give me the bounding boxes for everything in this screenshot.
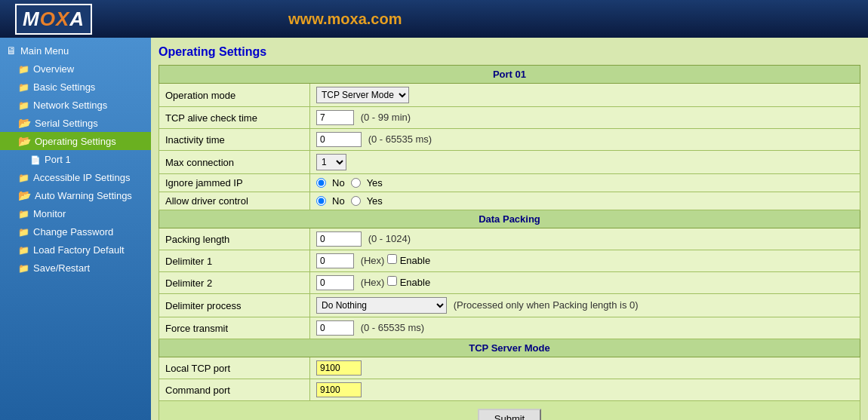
folder-closed-icon bbox=[18, 99, 29, 111]
folder-closed-icon bbox=[18, 244, 29, 256]
max-connection-row: Max connection 1 2 3 4 bbox=[159, 151, 860, 174]
sidebar-item-accessible-ip[interactable]: Accessible IP Settings bbox=[0, 168, 151, 186]
submit-row: Submit bbox=[159, 401, 860, 421]
folder-closed-icon bbox=[18, 225, 29, 238]
folder-icon: 🖥 bbox=[6, 44, 17, 57]
delimiter-process-select[interactable]: Do Nothing Strip Delimiter Strip Delimit… bbox=[316, 297, 447, 314]
delimiter1-hex: (Hex) bbox=[361, 255, 385, 266]
force-transmit-row: Force transmit 0 (0 - 65535 ms) bbox=[159, 317, 860, 339]
delimiter2-input[interactable]: 0 bbox=[316, 275, 354, 290]
folder-open-icon: 📂 bbox=[18, 189, 31, 201]
ignore-jammed-no-label: No bbox=[332, 177, 345, 189]
settings-table: Port 01 Operation mode TCP Server Mode T… bbox=[159, 65, 860, 420]
sidebar-item-monitor[interactable]: Monitor bbox=[0, 204, 151, 222]
allow-driver-radio-group: No Yes bbox=[316, 195, 854, 207]
sidebar-item-overview[interactable]: Overview bbox=[0, 60, 151, 78]
delimiter1-enable-checkbox[interactable] bbox=[387, 254, 397, 264]
delimiter1-label: Delimiter 1 bbox=[159, 250, 310, 272]
delimiter-process-label: Delimiter process bbox=[159, 294, 310, 317]
allow-driver-no-radio[interactable] bbox=[316, 196, 326, 206]
force-transmit-input[interactable]: 0 bbox=[316, 320, 354, 336]
page-title: Operating Settings bbox=[159, 45, 860, 59]
tcp-alive-input[interactable]: 7 bbox=[316, 110, 354, 125]
data-packing-header: Data Packing bbox=[159, 210, 860, 228]
inactivity-row: Inactivity time 0 (0 - 65535 ms) bbox=[159, 129, 860, 151]
force-transmit-hint: (0 - 65535 ms) bbox=[361, 322, 425, 333]
ignore-jammed-no-radio[interactable] bbox=[316, 178, 326, 188]
delimiter2-enable-label: Enable bbox=[400, 277, 430, 288]
sidebar-item-main-menu[interactable]: 🖥 Main Menu bbox=[0, 41, 151, 60]
header: MOXA www.moxa.com bbox=[0, 0, 868, 38]
folder-closed-icon bbox=[18, 81, 29, 93]
packing-length-label: Packing length bbox=[159, 228, 310, 250]
folder-closed-icon bbox=[18, 262, 29, 274]
allow-driver-yes-label: Yes bbox=[367, 195, 383, 207]
max-connection-select[interactable]: 1 2 3 4 bbox=[316, 154, 346, 170]
allow-driver-value: No Yes bbox=[310, 192, 860, 210]
delimiter-process-row: Delimiter process Do Nothing Strip Delim… bbox=[159, 294, 860, 317]
max-connection-value: 1 2 3 4 bbox=[310, 151, 860, 174]
tcp-alive-label: TCP alive check time bbox=[159, 107, 310, 129]
logo: MOXA bbox=[15, 4, 92, 35]
force-transmit-label: Force transmit bbox=[159, 317, 310, 339]
sidebar-item-port1[interactable]: Port 1 bbox=[0, 150, 151, 168]
sidebar-item-load-factory[interactable]: Load Factory Default bbox=[0, 241, 151, 259]
sidebar-item-basic-settings[interactable]: Basic Settings bbox=[0, 78, 151, 96]
operation-mode-value: TCP Server Mode TCP Client Mode UDP Mode… bbox=[310, 84, 860, 107]
sidebar-item-operating-settings[interactable]: 📂 Operating Settings bbox=[0, 132, 151, 150]
sidebar-item-save-restart[interactable]: Save/Restart bbox=[0, 259, 151, 277]
packing-length-input[interactable]: 0 bbox=[316, 231, 362, 247]
main-content: Operating Settings Port 01 Operation mod… bbox=[151, 38, 868, 420]
data-packing-section-header: Data Packing bbox=[159, 210, 860, 228]
command-port-value: 9100 bbox=[310, 379, 860, 401]
allow-driver-no-label: No bbox=[332, 195, 345, 207]
sidebar-item-auto-warning[interactable]: 📂 Auto Warning Settings bbox=[0, 186, 151, 204]
allow-driver-row: Allow driver control No Yes bbox=[159, 192, 860, 210]
delimiter2-row: Delimiter 2 0 (Hex) Enable bbox=[159, 272, 860, 294]
header-url: www.moxa.com bbox=[288, 11, 402, 28]
local-tcp-port-value: 9100 bbox=[310, 357, 860, 379]
command-port-row: Command port 9100 bbox=[159, 379, 860, 401]
delimiter1-value: 0 (Hex) Enable bbox=[310, 250, 860, 272]
port01-section-header: Port 01 bbox=[159, 66, 860, 84]
sidebar-item-network-settings[interactable]: Network Settings bbox=[0, 96, 151, 114]
folder-closed-icon bbox=[18, 207, 29, 219]
folder-closed-icon bbox=[18, 171, 29, 183]
operation-mode-row: Operation mode TCP Server Mode TCP Clien… bbox=[159, 84, 860, 107]
submit-button[interactable]: Submit bbox=[478, 409, 541, 420]
delimiter1-row: Delimiter 1 0 (Hex) Enable bbox=[159, 250, 860, 272]
ignore-jammed-value: No Yes bbox=[310, 174, 860, 192]
delimiter-process-hint: (Processed only when Packing length is 0… bbox=[454, 299, 639, 311]
local-tcp-port-label: Local TCP port bbox=[159, 357, 310, 379]
folder-open-icon: 📂 bbox=[18, 117, 31, 129]
local-tcp-port-input[interactable]: 9100 bbox=[316, 360, 362, 376]
sidebar-item-serial-settings[interactable]: 📂 Serial Settings bbox=[0, 114, 151, 132]
tcp-alive-row: TCP alive check time 7 (0 - 99 min) bbox=[159, 107, 860, 129]
allow-driver-yes-radio[interactable] bbox=[351, 196, 361, 206]
delimiter1-enable-label: Enable bbox=[400, 255, 430, 266]
tcp-server-header: TCP Server Mode bbox=[159, 339, 860, 357]
delimiter2-value: 0 (Hex) Enable bbox=[310, 272, 860, 294]
tcp-alive-hint: (0 - 99 min) bbox=[361, 112, 411, 123]
packing-length-hint: (0 - 1024) bbox=[368, 233, 411, 244]
inactivity-input[interactable]: 0 bbox=[316, 132, 362, 147]
folder-closed-icon bbox=[18, 63, 29, 75]
sidebar: 🖥 Main Menu Overview Basic Settings Netw… bbox=[0, 38, 151, 420]
inactivity-hint: (0 - 65535 ms) bbox=[368, 133, 432, 145]
local-tcp-port-row: Local TCP port 9100 bbox=[159, 357, 860, 379]
operation-mode-select[interactable]: TCP Server Mode TCP Client Mode UDP Mode… bbox=[316, 87, 409, 103]
ignore-jammed-row: Ignore jammed IP No Yes bbox=[159, 174, 860, 192]
force-transmit-value: 0 (0 - 65535 ms) bbox=[310, 317, 860, 339]
command-port-input[interactable]: 9100 bbox=[316, 382, 362, 397]
packing-length-row: Packing length 0 (0 - 1024) bbox=[159, 228, 860, 250]
allow-driver-label: Allow driver control bbox=[159, 192, 310, 210]
port01-header: Port 01 bbox=[159, 66, 860, 84]
delimiter2-enable-checkbox[interactable] bbox=[387, 276, 397, 286]
delimiter1-input[interactable]: 0 bbox=[316, 253, 354, 268]
ignore-jammed-radio-group: No Yes bbox=[316, 177, 854, 189]
tcp-alive-value: 7 (0 - 99 min) bbox=[310, 107, 860, 129]
sidebar-item-change-password[interactable]: Change Password bbox=[0, 222, 151, 241]
ignore-jammed-yes-radio[interactable] bbox=[351, 178, 361, 188]
ignore-jammed-yes-label: Yes bbox=[367, 177, 383, 189]
packing-length-value: 0 (0 - 1024) bbox=[310, 228, 860, 250]
